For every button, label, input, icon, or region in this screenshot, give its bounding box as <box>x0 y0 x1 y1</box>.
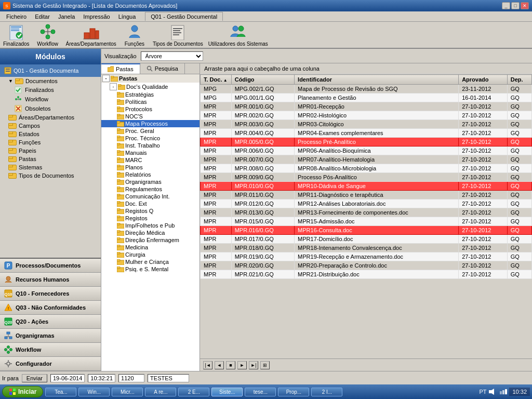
table-row[interactable]: MPR MPR.015/0.GQ MPR15-Admissão.doc 27-1… <box>201 217 532 226</box>
table-row[interactable]: MPR MPR.012/0.GQ MPR12-Análises Laborato… <box>201 200 532 208</box>
folder-item-17[interactable]: Registos <box>101 215 200 222</box>
menu-impressao[interactable]: Impressão <box>79 12 114 21</box>
maximize-button[interactable]: □ <box>511 2 520 9</box>
table-row[interactable]: MPR MPR.021/0.GQ MPR21-Distribuição.doc … <box>201 270 532 279</box>
docs-qualidade-expander[interactable]: - <box>110 83 117 90</box>
toolbar-funcoes[interactable]: Funções <box>122 23 148 47</box>
toolbar-finalizados[interactable]: Finalizados <box>3 23 30 47</box>
sidebar-item-pastas[interactable]: Pastas <box>0 155 101 163</box>
folder-item-20[interactable]: Direção Enfermagem <box>101 236 200 244</box>
nav-last[interactable]: ►| <box>249 361 258 369</box>
module-q03[interactable]: ! Q03 - Não Conformidades <box>0 301 101 315</box>
toolbar-areas[interactable]: Áreas/Departamentos <box>66 23 116 47</box>
table-row[interactable]: MPR MPR.006/0.GQ MPR06-Analítico-Bioquím… <box>201 147 532 155</box>
nav-stop[interactable]: ■ <box>226 361 235 369</box>
bottom-field2[interactable]: TESTES <box>148 374 189 382</box>
table-row[interactable]: MPR MPR.011/0.GQ MPR11-Diagnóstico e ter… <box>201 191 532 200</box>
module-q20[interactable]: Q20 Q20 - Ações <box>0 315 101 329</box>
table-row[interactable]: MPR MPR.008/0.GQ MPR08-Analítico-Microbi… <box>201 164 532 173</box>
folder-item-1[interactable]: Políticas <box>101 98 200 105</box>
folder-item-10[interactable]: Planos <box>101 164 200 171</box>
table-row[interactable]: MPR MPR.016/0.GQ MPR16-Consulta.doc 27-1… <box>201 226 532 235</box>
folder-item-22[interactable]: Cirurgia <box>101 251 200 258</box>
table-row[interactable]: MPR MPR.019/0.GQ MPR19-Recepção e Armaze… <box>201 252 532 261</box>
module-processos[interactable]: P Processos/Documentos <box>0 259 101 273</box>
table-row[interactable]: MPR MPR.007/0.GQ MPR07-Analítico-Hematol… <box>201 155 532 164</box>
folder-item-18[interactable]: Imp/Folhetos e Pub <box>101 222 200 229</box>
menu-editar[interactable]: Editar <box>31 12 54 21</box>
folder-item-7[interactable]: Inst. Trabalho <box>101 142 200 149</box>
sidebar-item-estados[interactable]: Estados <box>0 130 101 138</box>
folder-item-12[interactable]: Organigramas <box>101 178 200 185</box>
sidebar-item-workflow[interactable]: Workflow <box>0 95 101 104</box>
col-dep[interactable]: Dep. <box>507 75 531 85</box>
table-row[interactable]: MPR MPR.009/0.GQ Processo Pós-Analítico … <box>201 173 532 182</box>
bottom-field1[interactable]: 1120 <box>118 374 144 382</box>
enviar-button[interactable]: Enviar <box>22 374 47 382</box>
table-row[interactable]: MPR MPR.004/0.GQ MPR04-Exames complement… <box>201 129 532 138</box>
folder-item-8[interactable]: Manuais <box>101 149 200 156</box>
toolbar-workflow[interactable]: Workflow <box>35 23 61 47</box>
col-codigo[interactable]: Código <box>231 75 294 85</box>
folder-docs-qualidade[interactable]: - Doc's Qualidade <box>101 83 200 91</box>
table-row[interactable]: MPR MPR.017/0.GQ MPR17-Domicílio.doc 27-… <box>201 235 532 244</box>
folder-item-14[interactable]: Comunicação Int. <box>101 193 200 200</box>
folder-item-5[interactable]: Proc. Geral <box>101 127 200 135</box>
nav-next[interactable]: ► <box>237 361 247 369</box>
close-button[interactable]: ✕ <box>521 2 529 9</box>
sidebar-module[interactable]: Q01 - Gestão Documenta <box>0 64 101 77</box>
module-org[interactable]: Organigramas <box>0 329 101 343</box>
table-row[interactable]: MPR MPR.020/0.GQ MPR20-Preparação e Cont… <box>201 261 532 270</box>
folder-item-4[interactable]: Mapa Processos <box>101 120 200 127</box>
table-row[interactable]: MPR MPR.001/0.GQ MPR01-Recepção 27-10-20… <box>201 102 532 111</box>
folder-item-9[interactable]: MARC <box>101 156 200 164</box>
visualization-dropdown[interactable]: Árvore Lista Tabela <box>141 51 203 61</box>
folder-item-15[interactable]: Doc. Ext <box>101 200 200 207</box>
table-row[interactable]: MPR MPR.018/0.GQ MPR18-Intenamento Conva… <box>201 244 532 252</box>
folder-item-19[interactable]: Direção Médica <box>101 229 200 236</box>
folder-item-24[interactable]: Psiq. e S. Mental <box>101 265 200 273</box>
folder-item-0[interactable]: Estratégias <box>101 91 200 98</box>
sidebar-item-tipos[interactable]: Tipos de Documentos <box>0 171 101 180</box>
folder-item-2[interactable]: Protocolos <box>101 105 200 113</box>
toolbar-tipos[interactable]: Tipos de Documentos <box>153 23 203 47</box>
folder-root[interactable]: - Pastas <box>101 74 200 83</box>
col-identificador[interactable]: Identificador <box>295 75 459 85</box>
sidebar-item-areas[interactable]: Áreas/Departamentos <box>0 113 101 122</box>
module-rh[interactable]: Recursos Humanos <box>0 273 101 287</box>
root-expander[interactable]: - <box>102 75 110 82</box>
sidebar-item-campos[interactable]: Campos <box>0 122 101 130</box>
menu-ficheiro[interactable]: Ficheiro <box>2 12 31 21</box>
menu-tab-q01[interactable]: Q01 - Gestão Documental <box>145 12 223 21</box>
table-row[interactable]: MPR MPR.003/0.GQ MPR03-Citológico 27-10-… <box>201 120 532 129</box>
folder-item-21[interactable]: Medicina <box>101 244 200 251</box>
table-row[interactable]: MPG MPG.002/1.GQ Mapa de Processo de Rev… <box>201 85 532 94</box>
folder-item-3[interactable]: NOC'S <box>101 113 200 120</box>
sidebar-item-documentos[interactable]: ▼ Documentos <box>0 77 101 85</box>
tab-pastas[interactable]: Pastas <box>101 63 140 74</box>
col-tdoc[interactable]: T. Doc. <box>201 75 232 85</box>
nav-prev[interactable]: ◄ <box>215 361 224 369</box>
table-row[interactable]: MPR MPR.002/0.GQ MPR02-Histológico 27-10… <box>201 111 532 120</box>
table-row[interactable]: MPR MPR.005/0.GQ Processo Pré-Analítico … <box>201 138 532 147</box>
col-aprovado[interactable]: Aprovado <box>459 75 508 85</box>
folder-item-11[interactable]: Relatórios <box>101 171 200 178</box>
nav-expand[interactable]: ⊞ <box>260 361 270 369</box>
folder-item-6[interactable]: Proc. Técnico <box>101 135 200 142</box>
table-row[interactable]: MPR MPR.010/0.GQ MPR10-Dádiva de Sangue … <box>201 182 532 191</box>
menu-lingua[interactable]: Língua <box>114 12 140 21</box>
sidebar-item-obsoletos[interactable]: Obsoletos <box>0 104 101 113</box>
toolbar-utilizadores[interactable]: Utilizadores dos Sistemas <box>208 23 268 47</box>
module-q10[interactable]: Q10 Q10 - Fornecedores <box>0 287 101 301</box>
folder-item-23[interactable]: Mulher e Criança <box>101 258 200 265</box>
module-workflow[interactable]: Workflow <box>0 343 101 357</box>
folder-item-16[interactable]: Registos Q <box>101 207 200 215</box>
nav-first[interactable]: |◄ <box>203 361 212 369</box>
menu-janela[interactable]: Janela <box>54 12 79 21</box>
table-row[interactable]: MPR MPR.013/0.GQ MPR13-Fornecimento de c… <box>201 208 532 217</box>
sidebar-item-funcoes[interactable]: Funções <box>0 138 101 147</box>
tab-pesquisa[interactable]: Pesquisa <box>140 63 185 74</box>
sidebar-item-finalizados[interactable]: Finalizados <box>0 85 101 95</box>
minimize-button[interactable]: _ <box>502 2 510 9</box>
sidebar-item-sistemas[interactable]: Sistemas <box>0 163 101 171</box>
